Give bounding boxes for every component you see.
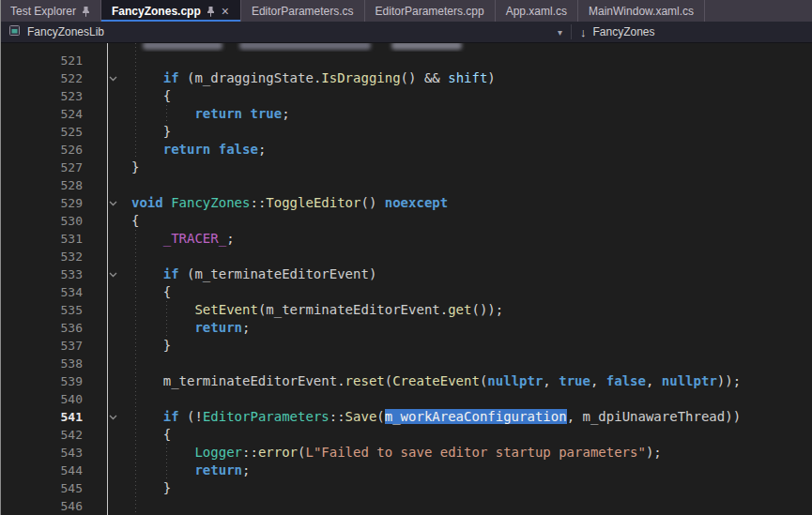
token: m_terminateEditorEvent [266, 302, 439, 317]
token: ( [179, 266, 195, 281]
token: ()); [471, 302, 503, 317]
code-line-539[interactable]: 539 m_terminateEditorEvent.reset(CreateE… [0, 372, 812, 390]
token: Save [345, 409, 377, 424]
token: () [360, 195, 384, 210]
token: && [424, 70, 448, 85]
close-icon[interactable]: × [221, 5, 230, 18]
vs-window: Test ExplorerFancyZones.cpp×EditorParame… [0, 0, 812, 515]
blurred-code [391, 43, 462, 50]
fold-chevron-icon[interactable] [94, 408, 131, 426]
code-text: } [131, 479, 812, 497]
code-line-536[interactable]: 536 return; [0, 319, 812, 337]
scope-dropdown[interactable]: ↓ FancyZones [572, 22, 664, 42]
token: . [337, 373, 345, 388]
code-line-533[interactable]: 533 if (m_terminateEditorEvent) [0, 265, 812, 283]
code-line-527[interactable]: 527} [0, 159, 812, 176]
code-line-522[interactable]: 522 if (m_draggingState.IsDragging() && … [0, 69, 812, 87]
tab-label: EditorParameters.cs [252, 5, 354, 18]
fold-chevron-icon[interactable] [94, 265, 131, 283]
code-line-525[interactable]: 525 } [0, 123, 812, 141]
token: } [131, 124, 171, 139]
tab-FancyZones.cpp[interactable]: FancyZones.cpp× [101, 0, 241, 22]
tab-EditorParameters.cpp[interactable]: EditorParameters.cpp [365, 0, 496, 22]
tab-label: EditorParameters.cpp [375, 5, 484, 18]
token [131, 409, 163, 424]
token: { [131, 284, 171, 299]
code-line-543[interactable]: 543 Logger::error(L"Failed to save edito… [0, 444, 812, 462]
code-line-540[interactable]: 540 [0, 390, 812, 408]
token: ; [258, 142, 266, 157]
code-text: { [131, 426, 812, 444]
code-line-531[interactable]: 531 _TRACER_; [0, 230, 812, 248]
token: )) [725, 409, 741, 424]
line-number: 521 [0, 52, 94, 69]
token: EditorParameters [203, 409, 329, 424]
pin-icon[interactable] [82, 6, 90, 17]
code-line-535[interactable]: 535 SetEvent(m_terminateEditorEvent.get(… [0, 301, 812, 319]
token: noexcept [385, 195, 448, 210]
token: m_dpiUnawareThread [582, 409, 725, 424]
code-text [131, 390, 812, 408]
line-number: 541 [0, 408, 94, 426]
token: true [250, 106, 282, 121]
token: if [163, 70, 179, 85]
token: get [448, 302, 471, 317]
code-line-545[interactable]: 545 } [0, 479, 812, 497]
code-line-532[interactable]: 532 [0, 248, 812, 265]
tab-MainWindow.xaml.cs[interactable]: MainWindow.xaml.cs [578, 0, 705, 22]
code-text: return true; [131, 105, 812, 123]
token: Logger [194, 445, 242, 460]
token: :: [242, 445, 258, 460]
indent-guide [135, 230, 136, 515]
fold-margin [94, 497, 131, 515]
code-line-538[interactable]: 538 [0, 355, 812, 372]
fold-margin [94, 337, 131, 355]
project-dropdown[interactable]: FancyZonesLib ▾ [0, 22, 571, 42]
code-line-529[interactable]: 529void FancyZones::ToggleEditor() noexc… [0, 194, 812, 212]
token [131, 462, 194, 477]
code-line-541[interactable]: 541 if (!EditorParameters::Save(m_workAr… [0, 408, 812, 426]
token: return [194, 320, 242, 335]
code-editor[interactable]: 521522 if (m_draggingState.IsDragging() … [0, 43, 812, 515]
token [131, 231, 163, 246]
token: FancyZones [171, 195, 250, 210]
code-text: { [131, 212, 812, 230]
token: . [440, 302, 448, 317]
code-text: return; [131, 319, 812, 337]
line-number: 538 [0, 355, 94, 372]
code-line-523[interactable]: 523 { [0, 87, 812, 105]
fold-chevron-icon[interactable] [94, 194, 131, 212]
token: shift [448, 70, 487, 85]
code-line-520[interactable] [0, 43, 812, 52]
code-line-521[interactable]: 521 [0, 52, 812, 69]
pin-icon[interactable] [207, 6, 215, 17]
token [163, 195, 171, 210]
token: m_terminateEditorEvent [194, 266, 368, 281]
line-number: 526 [0, 141, 94, 159]
indent-guide [166, 105, 167, 123]
code-line-526[interactable]: 526 return false; [0, 141, 812, 159]
code-text [131, 355, 812, 372]
code-text [131, 43, 812, 52]
chevron-down-icon: ▾ [558, 27, 562, 38]
code-line-546[interactable]: 546 [0, 497, 812, 515]
tab-EditorParameters.cs[interactable]: EditorParameters.cs [241, 0, 365, 22]
code-line-530[interactable]: 530{ [0, 212, 812, 230]
code-line-534[interactable]: 534 { [0, 283, 812, 301]
tab-App.xaml.cs[interactable]: App.xaml.cs [496, 0, 578, 22]
code-text: _TRACER_; [131, 230, 812, 248]
code-text: SetEvent(m_terminateEditorEvent.get()); [131, 301, 812, 319]
fold-margin [94, 212, 131, 230]
code-text [131, 248, 812, 265]
code-line-542[interactable]: 542 { [0, 426, 812, 444]
fold-chevron-icon[interactable] [94, 69, 131, 87]
code-line-524[interactable]: 524 return true; [0, 105, 812, 123]
fold-margin [94, 444, 131, 462]
tab-Test Explorer[interactable]: Test Explorer [0, 0, 101, 22]
line-number: 530 [0, 212, 94, 230]
code-line-537[interactable]: 537 } [0, 337, 812, 355]
line-number: 545 [0, 479, 94, 497]
code-line-544[interactable]: 544 return; [0, 462, 812, 479]
code-line-528[interactable]: 528 [0, 176, 812, 194]
fold-margin [94, 230, 131, 248]
